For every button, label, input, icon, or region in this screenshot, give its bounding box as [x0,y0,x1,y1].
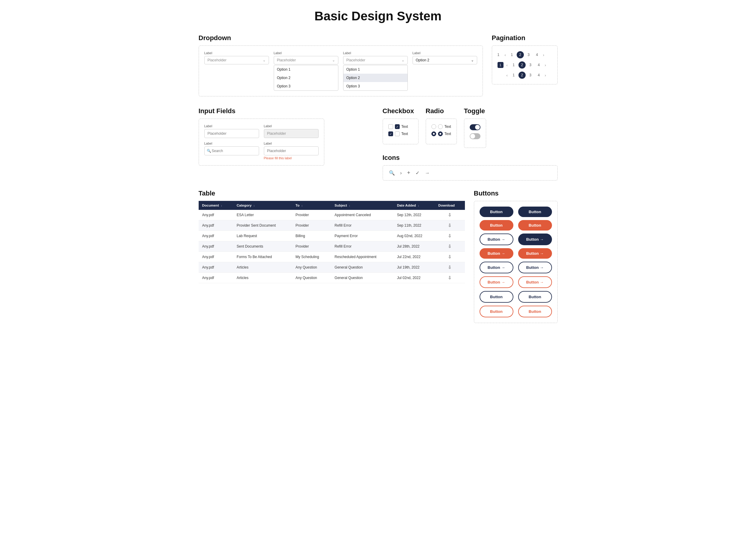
plus-icon: + [407,170,411,176]
btn-white-dark-plain-1[interactable]: Button [479,291,513,303]
btn-white-dark-arrow-1[interactable]: Button → [479,262,513,273]
btn-white-orange-arrow-2[interactable]: Button → [518,276,552,288]
btn-orange-1[interactable]: Button [479,220,513,231]
sort-category[interactable]: ↕ [254,204,255,207]
cell-download[interactable]: ⇩ [435,241,465,252]
dropdown-3-option-3[interactable]: Option 3 [343,82,407,90]
btn-orange-arrow-1[interactable]: Button → [479,248,513,259]
btn-white-dark-arrow-2[interactable]: Button → [518,262,552,273]
dropdown-2-option-1[interactable]: Option 1 [274,65,338,74]
cell-document: Any.pdf [199,220,233,231]
checkbox-section-title: Checkbox [383,107,418,115]
toggle-2[interactable] [470,133,480,139]
btn-dark-1[interactable]: Button [479,207,513,217]
dropdown-3-select[interactable]: Placeholder ⌄ [343,56,408,64]
dropdown-2-option-3[interactable]: Option 3 [274,82,338,90]
dropdown-3-option-1[interactable]: Option 1 [343,65,407,74]
pagination-next-1[interactable]: › [542,52,545,58]
radio-3[interactable] [431,131,436,136]
buttons-section: Buttons Button Button Button Button Butt… [474,189,558,323]
page-2-btn-2[interactable]: 2 [519,61,526,69]
cell-download[interactable]: ⇩ [435,262,465,273]
checkbox-4[interactable] [395,131,400,136]
col-subject: Subject ↕ [331,201,393,210]
btn-dark-outline-arrow-1[interactable]: Button → [479,234,513,245]
radio-row-2: Text [431,131,451,136]
dropdown-2-select[interactable]: Placeholder ⌄ [274,56,338,64]
search-icon: 🔍 [207,149,211,153]
download-icon[interactable]: ⇩ [448,233,452,238]
sort-date[interactable]: ↕ [418,204,419,207]
page-3-btn-3[interactable]: 3 [527,71,534,79]
checkbox-1[interactable] [388,124,393,129]
btn-dark-arrow-1[interactable]: Button → [518,234,552,245]
cell-download[interactable]: ⇩ [435,220,465,231]
dropdown-4-value: Option 2 [416,58,429,62]
pagination-row1-label: 1 [498,53,502,57]
input-4-field[interactable] [264,146,319,155]
download-icon[interactable]: ⇩ [448,212,452,217]
download-icon[interactable]: ⇩ [448,223,452,228]
btn-white-orange-arrow-1[interactable]: Button → [479,276,513,288]
page-1-btn-1[interactable]: 1 [508,51,515,58]
checkbox-2[interactable]: ✓ [395,124,400,129]
icons-section: Icons 🔍 › + ✓ → [383,154,558,181]
input-1-field[interactable] [204,129,259,138]
pagination-next-2[interactable]: › [544,62,547,68]
cell-download[interactable]: ⇩ [435,210,465,220]
radio-1[interactable] [431,124,436,129]
cell-document: Any.pdf [199,273,233,283]
checkbox-3[interactable]: ✓ [388,131,393,136]
dropdown-2-placeholder: Placeholder [277,58,296,62]
btn-dark-2[interactable]: Button [518,207,552,217]
page-1-btn-4[interactable]: 4 [533,51,541,58]
page-2-btn-3[interactable]: 3 [527,61,534,69]
sort-to[interactable]: ↕ [301,204,303,207]
input-3-icon-wrap: 🔍 [204,146,259,155]
cell-download[interactable]: ⇩ [435,252,465,262]
btn-white-orange-plain-2[interactable]: Button [518,306,552,317]
input-3-field[interactable] [204,146,259,155]
dropdown-2-label: Label [274,51,338,55]
pagination-prev-2[interactable]: ‹ [505,62,509,68]
page-3-btn-2[interactable]: 2 [519,71,526,79]
radio-2[interactable] [438,124,443,129]
btn-white-dark-plain-2[interactable]: Button [518,291,552,303]
pagination-prev-3[interactable]: ‹ [505,72,509,78]
cell-download[interactable]: ⇩ [435,231,465,241]
dropdown-2-option-2[interactable]: Option 2 [274,74,338,82]
pagination-next-3[interactable]: › [544,72,547,78]
download-icon[interactable]: ⇩ [448,265,452,270]
dropdown-3-option-2[interactable]: Option 2 [343,74,407,82]
toggle-2-thumb [470,134,475,139]
dropdown-1-select[interactable]: Placeholder ⌄ [204,56,269,64]
radio-4[interactable] [438,131,443,136]
download-icon[interactable]: ⇩ [448,254,452,259]
page-1-btn-2[interactable]: 2 [517,51,524,58]
pagination-prev-1[interactable]: ‹ [503,52,507,58]
input-2-field[interactable] [264,129,319,138]
search-icon-display: 🔍 [389,170,395,176]
dropdown-1-chevron: ⌄ [263,58,266,62]
cell-download[interactable]: ⇩ [435,273,465,283]
page-1-btn-3[interactable]: 3 [525,51,532,58]
cell-document: Any.pdf [199,252,233,262]
download-icon[interactable]: ⇩ [448,244,452,249]
page-2-btn-4[interactable]: 4 [535,61,542,69]
col-document: Document ↕ [199,201,233,210]
dropdown-4-chevron: ⌄ [471,58,474,62]
page-3-btn-4[interactable]: 4 [535,71,542,79]
page-3-btn-1[interactable]: 1 [510,71,517,79]
cell-subject: Appointment Canceled [331,210,393,220]
page-2-btn-1[interactable]: 1 [510,61,517,69]
radio-box: Text Text [426,119,457,144]
download-icon[interactable]: ⇩ [448,275,452,280]
btn-orange-arrow-2[interactable]: Button → [518,248,552,259]
toggle-section: Toggle [464,107,486,148]
dropdown-4-select[interactable]: Option 2 ⌄ [413,56,477,64]
sort-document[interactable]: ↕ [221,204,222,207]
toggle-1[interactable] [470,124,480,130]
btn-white-orange-plain-1[interactable]: Button [479,306,513,317]
btn-orange-2[interactable]: Button [518,220,552,231]
sort-subject[interactable]: ↕ [349,204,350,207]
